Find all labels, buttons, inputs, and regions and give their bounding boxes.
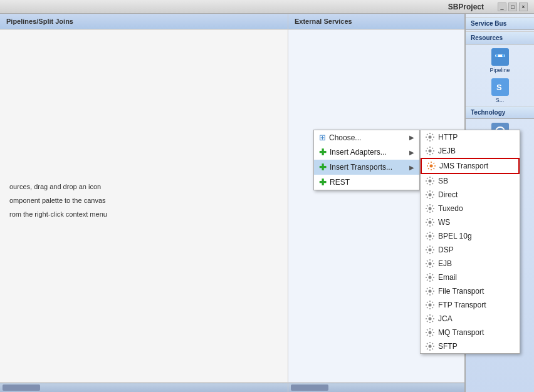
hint-line-1: ources, drag and drop an icon bbox=[9, 180, 278, 193]
hint-line-2: omponent palette to the canvas bbox=[9, 193, 278, 207]
right-panel-title: External Services bbox=[295, 18, 352, 25]
right-panel: External Services ⊞ Choose... ▶ ✚ Insert… bbox=[288, 14, 465, 392]
submenu-label-bpel10g: BPEL 10g bbox=[438, 232, 472, 240]
menu-item-adapters-label: Insert Adapters... bbox=[330, 148, 387, 157]
sidebar-technology-title: Technology bbox=[466, 106, 534, 119]
adapters-submenu-arrow: ▶ bbox=[409, 149, 414, 156]
svg-point-2 bbox=[430, 165, 433, 168]
submenu-label-email: Email bbox=[438, 273, 457, 282]
submenu-item-tuxedo[interactable]: Tuxedo bbox=[421, 202, 520, 215]
svg-point-18 bbox=[502, 54, 505, 57]
maximize-button[interactable]: □ bbox=[508, 3, 517, 11]
menu-item-rest-label: REST bbox=[330, 178, 350, 187]
svg-point-0 bbox=[429, 136, 432, 139]
svg-point-8 bbox=[429, 249, 432, 252]
left-panel-title: Pipelines/Split Joins bbox=[6, 18, 73, 25]
gear-icon-dsp bbox=[426, 245, 434, 254]
s-icon: S bbox=[491, 78, 509, 96]
pipeline-icon bbox=[491, 48, 509, 66]
sidebar-item-pipeline[interactable]: Pipeline bbox=[466, 46, 534, 76]
transports-submenu-arrow: ▶ bbox=[409, 164, 414, 171]
plus-icon-transports: ✚ bbox=[319, 162, 327, 172]
submenu-item-ftp-transport[interactable]: FTP Transport bbox=[421, 298, 520, 312]
gear-icon-http bbox=[426, 133, 434, 142]
transport-submenu: HTTP JEJB JMS Transport SB bbox=[420, 130, 520, 354]
submenu-item-bpel10g[interactable]: BPEL 10g bbox=[421, 229, 520, 243]
svg-point-15 bbox=[429, 345, 432, 348]
svg-point-9 bbox=[429, 262, 432, 266]
svg-point-5 bbox=[429, 207, 432, 210]
submenu-item-file-transport[interactable]: File Transport bbox=[421, 284, 520, 298]
main-layout: Pipelines/Split Joins ources, drag and d… bbox=[0, 14, 534, 392]
gear-icon-email bbox=[426, 273, 434, 282]
submenu-label-ws: WS bbox=[438, 218, 450, 227]
submenu-item-dsp[interactable]: DSP bbox=[421, 243, 520, 257]
left-scroll-bar[interactable] bbox=[0, 383, 288, 392]
submenu-item-sb[interactable]: SB bbox=[421, 174, 520, 188]
submenu-label-dsp: DSP bbox=[438, 245, 454, 254]
svg-point-13 bbox=[429, 317, 432, 321]
submenu-label-sb: SB bbox=[438, 177, 448, 185]
gear-icon-tuxedo bbox=[426, 204, 434, 213]
left-scroll-thumb[interactable] bbox=[3, 384, 40, 391]
menu-item-insert-adapters[interactable]: ✚ Insert Adapters... ▶ bbox=[314, 145, 419, 160]
right-scroll-thumb[interactable] bbox=[291, 384, 328, 391]
submenu-label-mq-transport: MQ Transport bbox=[438, 328, 484, 337]
gear-icon-jca bbox=[426, 314, 434, 323]
sidebar-service-bus-title: Service Bus bbox=[466, 17, 534, 30]
title-bar: SBProject _ □ × bbox=[0, 0, 534, 14]
menu-item-rest[interactable]: ✚ REST bbox=[314, 175, 419, 190]
sidebar-resources-title: Resources bbox=[466, 31, 534, 44]
submenu-label-jca: JCA bbox=[438, 314, 453, 323]
submenu-item-jca[interactable]: JCA bbox=[421, 312, 520, 326]
s-label: S... bbox=[496, 97, 505, 103]
left-panel-header: Pipelines/Split Joins bbox=[0, 14, 288, 29]
gear-icon-bpel10g bbox=[426, 232, 434, 240]
submenu-label-jejb: JEJB bbox=[438, 147, 456, 155]
gear-icon-ws bbox=[426, 218, 434, 227]
svg-point-7 bbox=[429, 235, 432, 238]
svg-point-4 bbox=[429, 193, 432, 197]
pipeline-label: Pipeline bbox=[490, 67, 510, 73]
minimize-button[interactable]: _ bbox=[498, 3, 506, 11]
gear-icon-file-transport bbox=[426, 287, 434, 296]
choose-submenu-arrow: ▶ bbox=[409, 134, 414, 141]
hint-line-3: rom the right-click context menu bbox=[9, 207, 278, 221]
submenu-label-ejb: EJB bbox=[438, 259, 452, 268]
svg-point-6 bbox=[429, 221, 432, 224]
submenu-label-file-transport: File Transport bbox=[438, 287, 484, 296]
submenu-item-http[interactable]: HTTP bbox=[421, 130, 520, 144]
submenu-label-jms-transport: JMS Transport bbox=[439, 162, 488, 170]
menu-item-insert-transports[interactable]: ✚ Insert Transports... ▶ bbox=[314, 160, 419, 175]
left-panel-content: ources, drag and drop an icon omponent p… bbox=[0, 29, 288, 234]
submenu-item-jms-transport[interactable]: JMS Transport bbox=[421, 158, 520, 174]
sidebar-item-s[interactable]: S S... bbox=[466, 76, 534, 106]
submenu-item-ws[interactable]: WS bbox=[421, 215, 520, 229]
submenu-item-ejb[interactable]: EJB bbox=[421, 257, 520, 271]
svg-point-11 bbox=[429, 290, 432, 293]
svg-point-1 bbox=[429, 150, 432, 153]
plus-icon-rest: ✚ bbox=[319, 177, 327, 187]
svg-point-14 bbox=[429, 331, 432, 334]
gear-icon-jejb bbox=[426, 147, 434, 155]
plus-icon-adapters: ✚ bbox=[319, 147, 327, 157]
submenu-item-sftp[interactable]: SFTP bbox=[421, 339, 520, 353]
submenu-item-direct[interactable]: Direct bbox=[421, 188, 520, 202]
right-scroll-bar[interactable] bbox=[288, 383, 464, 392]
submenu-item-email[interactable]: Email bbox=[421, 271, 520, 284]
project-title: SBProject bbox=[448, 3, 484, 11]
gear-icon-ejb bbox=[426, 259, 434, 268]
svg-point-17 bbox=[496, 54, 498, 57]
menu-item-choose[interactable]: ⊞ Choose... ▶ bbox=[314, 130, 419, 145]
submenu-label-tuxedo: Tuxedo bbox=[438, 204, 463, 213]
svg-text:S: S bbox=[496, 83, 502, 92]
close-button[interactable]: × bbox=[519, 3, 528, 11]
svg-point-12 bbox=[429, 304, 432, 307]
submenu-label-http: HTTP bbox=[438, 133, 458, 142]
gear-icon-direct bbox=[426, 190, 434, 199]
submenu-label-ftp-transport: FTP Transport bbox=[438, 301, 486, 309]
submenu-item-mq-transport[interactable]: MQ Transport bbox=[421, 326, 520, 339]
submenu-item-jejb[interactable]: JEJB bbox=[421, 144, 520, 158]
context-menu: ⊞ Choose... ▶ ✚ Insert Adapters... ▶ ✚ I… bbox=[313, 130, 420, 190]
menu-item-transports-label: Insert Transports... bbox=[330, 163, 392, 172]
